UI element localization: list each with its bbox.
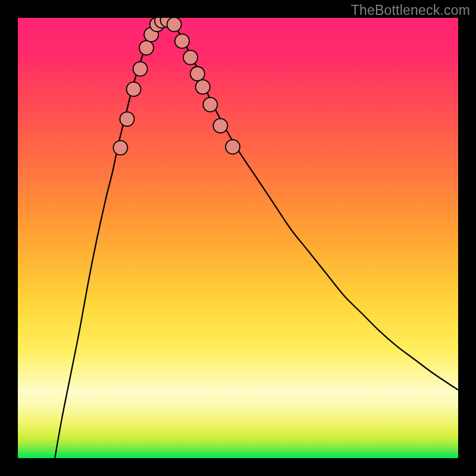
data-marker [167, 18, 181, 32]
plot-area [18, 18, 458, 458]
data-marker [226, 140, 240, 154]
watermark-label: TheBottleneck.com [351, 2, 470, 18]
data-marker [113, 140, 127, 155]
data-marker [139, 40, 154, 55]
data-marker [120, 112, 134, 126]
data-marker [175, 34, 189, 48]
curve-right-curve [172, 22, 458, 390]
curve-layer [55, 22, 458, 458]
data-marker [127, 82, 141, 96]
data-marker [213, 118, 227, 133]
chart-frame: TheBottleneck.com [0, 0, 476, 476]
data-marker [183, 51, 198, 65]
marker-layer [113, 18, 240, 155]
data-marker [203, 98, 217, 112]
data-marker [133, 62, 148, 76]
chart-svg [18, 18, 458, 458]
curve-left-curve [55, 22, 159, 458]
data-marker [196, 80, 210, 94]
data-marker [190, 67, 205, 81]
